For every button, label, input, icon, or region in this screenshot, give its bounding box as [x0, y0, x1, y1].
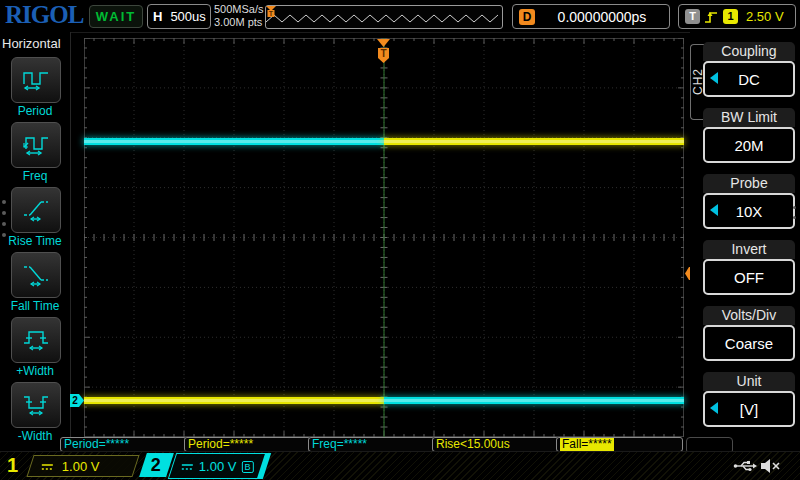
unit-label: Unit	[703, 372, 795, 391]
menu-item-coupling[interactable]: Coupling DC	[703, 42, 795, 97]
ch2-position-marker[interactable]: 2	[70, 394, 84, 407]
rigol-logo: RIGOL	[5, 1, 83, 29]
probe-value: 10X	[736, 203, 763, 220]
period-icon	[23, 68, 49, 92]
left-arrow-icon	[710, 72, 718, 84]
channel2-menu-panel: CH2 Coupling DC BW Limit 20M Probe 10X I…	[690, 32, 800, 451]
oscilloscope-screen: RIGOL WAIT H 500us 500MSa/s 3.00M pts T …	[0, 0, 800, 480]
trigger-slope-rising-icon	[704, 9, 718, 25]
pos-width-icon	[23, 328, 49, 352]
measurement-cell-fall-selected[interactable]: Fall=*****	[556, 437, 683, 452]
preview-waveform	[266, 6, 500, 26]
left-menu-title: Horizontal	[2, 36, 61, 51]
timebase-value: 500us	[170, 9, 205, 24]
period-label: Period	[0, 104, 70, 118]
ch1-trace-high-segment	[384, 138, 684, 145]
left-arrow-icon	[710, 402, 718, 414]
speaker-muted-icon	[760, 457, 782, 475]
svg-text:T: T	[269, 10, 274, 17]
svg-text:2: 2	[72, 395, 78, 406]
bw-limit-label: BW Limit	[703, 108, 795, 127]
left-arrow-icon	[710, 204, 718, 216]
volts-div-value: Coarse	[725, 335, 773, 352]
svg-text:T: T	[380, 48, 386, 59]
bw-limit-badge: B	[242, 460, 254, 472]
measurement-cell-freq[interactable]: Freq=*****	[308, 437, 435, 452]
trigger-position-line	[383, 38, 385, 437]
page-dot	[2, 233, 6, 237]
trigger-badge: T	[685, 9, 700, 24]
invert-label: Invert	[703, 240, 795, 259]
ch2-trace-low-segment	[384, 397, 684, 404]
trigger-level-value: 2.50 V	[746, 9, 784, 24]
rise-time-button[interactable]	[11, 187, 61, 233]
neg-width-icon	[23, 393, 49, 417]
freq-button[interactable]	[11, 122, 61, 168]
measurement-text: Freq=*****	[312, 437, 367, 451]
sample-rate: 500MSa/s	[214, 3, 264, 16]
dc-coupling-icon	[181, 461, 194, 471]
measurement-cell-rise[interactable]: Rise<15.00us	[432, 437, 559, 452]
dc-coupling-icon	[41, 461, 54, 471]
ch2-volts: 1.00 V	[199, 459, 237, 474]
bw-limit-value: 20M	[734, 137, 763, 154]
delay-badge: D	[519, 9, 535, 25]
coupling-label: Coupling	[703, 42, 795, 61]
trigger-readout-box[interactable]: T 1 2.50 V	[678, 4, 796, 29]
top-status-bar: RIGOL WAIT H 500us 500MSa/s 3.00M pts T …	[0, 0, 800, 33]
trigger-status-badge: WAIT	[89, 5, 143, 28]
ch1-trace-low-segment	[84, 397, 384, 404]
neg-width-button[interactable]	[11, 382, 61, 428]
ch2-trace-high-segment	[84, 138, 384, 145]
invert-value: OFF	[734, 269, 764, 286]
menu-item-bw-limit[interactable]: BW Limit 20M	[703, 108, 795, 163]
trigger-source-badge: 1	[723, 9, 738, 24]
page-dot	[2, 211, 6, 215]
probe-label: Probe	[703, 174, 795, 193]
horizontal-measure-menu: Horizontal Period Freq	[0, 32, 71, 451]
ch1-status-box[interactable]: 1.00 V	[26, 455, 139, 477]
delay-readout-box: D 0.00000000ps	[512, 4, 670, 29]
channel-status-bar: 1 1.00 V 2 1.00 V B	[0, 451, 800, 480]
page-dot	[2, 200, 6, 204]
freq-icon	[23, 133, 49, 157]
trigger-position-marker[interactable]: T	[375, 38, 392, 64]
measurement-text: Fall=*****	[560, 437, 614, 451]
fall-time-button[interactable]	[11, 252, 61, 298]
rise-time-label: Rise Time	[0, 234, 70, 248]
ch1-number[interactable]: 1	[7, 454, 18, 477]
menu-item-probe[interactable]: Probe 10X	[703, 174, 795, 229]
coupling-value: DC	[738, 71, 760, 88]
menu-item-volts-div[interactable]: Volts/Div Coarse	[703, 306, 795, 361]
period-button[interactable]	[11, 57, 61, 103]
fall-time-icon	[23, 263, 49, 287]
page-dot	[2, 222, 6, 226]
measurement-text: Period=*****	[64, 437, 129, 451]
page-dot	[793, 216, 796, 219]
usb-icon	[733, 459, 757, 473]
unit-value: [V]	[740, 401, 758, 418]
menu-item-invert[interactable]: Invert OFF	[703, 240, 795, 295]
horizontal-timebase-box[interactable]: H 500us	[147, 4, 211, 29]
delay-value: 0.00000000ps	[535, 9, 669, 25]
freq-label: Freq	[0, 169, 70, 183]
preview-trigger-marker-icon[interactable]: T	[266, 6, 276, 18]
measurement-cell-period-ch1[interactable]: Period=*****	[184, 437, 311, 452]
ch2-number: 2	[151, 455, 161, 476]
menu-item-unit[interactable]: Unit [V]	[703, 372, 795, 427]
ch1-volts: 1.00 V	[62, 459, 100, 474]
measurement-text: Period=*****	[188, 437, 253, 451]
ch2-status-box[interactable]: 1.00 V B	[168, 453, 271, 479]
pos-width-label: +Width	[0, 364, 70, 378]
rise-time-icon	[23, 198, 49, 222]
fall-time-label: Fall Time	[0, 299, 70, 313]
page-dot	[793, 206, 796, 209]
waveform-preview-bar[interactable]: T	[265, 5, 503, 29]
pos-width-button[interactable]	[11, 317, 61, 363]
measurement-text: Rise<15.00us	[436, 437, 510, 451]
memory-depth: 3.00M pts	[214, 16, 264, 29]
measurement-cell-period-ch2[interactable]: Period=*****	[60, 437, 187, 452]
acquisition-info: 500MSa/s 3.00M pts	[214, 3, 264, 29]
h-label: H	[153, 9, 162, 24]
volts-div-label: Volts/Div	[703, 306, 795, 325]
